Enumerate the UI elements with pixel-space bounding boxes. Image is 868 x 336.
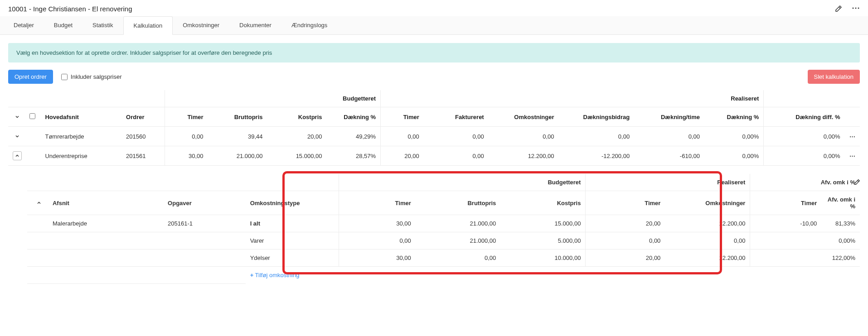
- cell-section: Tømrerarbejde: [40, 127, 121, 146]
- dcol-r-timer: Timer: [586, 191, 665, 215]
- dcol-b-kost: Kostpris: [500, 191, 586, 215]
- col-r-fakt: Faktureret: [424, 107, 489, 127]
- detail-row[interactable]: Varer 0,00 21.000,00 5.000,00 0,00 0,00 …: [27, 232, 860, 250]
- detail-row[interactable]: Malerarbejde 205161-1 I alt 30,00 21.000…: [27, 215, 860, 232]
- col-r-omk: Omkostninger: [489, 107, 559, 127]
- tab-kalkulation[interactable]: Kalkulation: [123, 16, 173, 35]
- detail-edit-icon[interactable]: [853, 178, 861, 186]
- col-r-timer: Timer: [381, 107, 424, 127]
- page-title: 10001 - Inge Christiansen - El renoverin…: [8, 5, 825, 13]
- col-orders: Ordrer: [121, 107, 165, 127]
- col-diff: Dækning diff. %: [764, 107, 845, 127]
- main-grid: Budgetteret Realiseret Hovedafsnit Ordre…: [8, 90, 860, 166]
- tab-detaljer[interactable]: Detaljer: [4, 16, 44, 34]
- collapse-row-button[interactable]: [13, 151, 22, 160]
- detail-row[interactable]: Ydelser 30,00 0,00 10.000,00 20,00 12.20…: [27, 250, 860, 267]
- cell-section: Underentreprise: [40, 146, 121, 166]
- dcol-b-brutto: Bruttopris: [416, 191, 501, 215]
- col-b-timer: Timer: [165, 107, 208, 127]
- page-header: 10001 - Inge Christiansen - El renoverin…: [0, 0, 868, 16]
- detail-panel: Budgetteret Realiseret Afv. omk i % Afsn…: [27, 174, 860, 284]
- col-b-daek: Dækning %: [326, 107, 380, 127]
- cell-orders: 201560: [121, 127, 165, 146]
- row-more-icon[interactable]: ⋯: [845, 127, 860, 146]
- tab-aendringslogs[interactable]: Ændringslogs: [281, 16, 338, 34]
- dcol-group-budget: Budgetteret: [339, 174, 586, 191]
- info-notice: Vælg en hovedsektion for at oprette ordr…: [8, 43, 860, 62]
- col-group-budget: Budgetteret: [165, 90, 380, 107]
- tab-bar: Detaljer Budget Statistik Kalkulation Om…: [0, 16, 868, 35]
- dcol-b-timer: Timer: [339, 191, 415, 215]
- dcol-group-dev: Afv. omk i %: [750, 174, 860, 191]
- create-orders-button[interactable]: Opret ordrer: [8, 70, 53, 84]
- dcol-d-pct: Afv. omk i %: [821, 191, 860, 215]
- edit-icon[interactable]: [834, 5, 843, 13]
- dcol-group-realized: Realiseret: [586, 174, 750, 191]
- include-prices-checkbox[interactable]: [61, 74, 68, 80]
- more-icon[interactable]: ⋯: [852, 5, 860, 13]
- col-r-daektime: Dækning/time: [634, 107, 704, 127]
- dcol-d-timer: Timer: [750, 191, 821, 215]
- table-row[interactable]: Underentreprise 201561 30,00 21.000,00 1…: [8, 146, 860, 166]
- col-group-realized: Realiseret: [381, 90, 764, 107]
- table-row[interactable]: Tømrerarbejde 201560 0,00 39,44 20,00 49…: [8, 127, 860, 146]
- add-cost-link[interactable]: + Tilføj omkostning: [250, 272, 300, 278]
- delete-calc-button[interactable]: Slet kalkulation: [808, 70, 860, 84]
- col-b-kost: Kostpris: [267, 107, 327, 127]
- plus-icon: +: [250, 272, 254, 278]
- detail-collapse-button[interactable]: [34, 198, 44, 207]
- dcol-omktype: Omkostningstype: [246, 191, 339, 215]
- col-section: Hovedafsnit: [40, 107, 121, 127]
- dcol-opgaver: Opgaver: [163, 191, 246, 215]
- select-all-checkbox[interactable]: [29, 113, 35, 119]
- tab-omkostninger[interactable]: Omkostninger: [173, 16, 229, 34]
- expand-row-button[interactable]: [13, 132, 22, 141]
- dcol-afsnit: Afsnit: [48, 191, 163, 215]
- toolbar: Opret ordrer Inkluder salgspriser Slet k…: [8, 70, 860, 84]
- col-r-daekpct: Dækning %: [704, 107, 764, 127]
- tab-dokumenter[interactable]: Dokumenter: [229, 16, 281, 34]
- tab-statistik[interactable]: Statistik: [82, 16, 123, 34]
- col-r-daekbidrag: Dækningsbidrag: [558, 107, 634, 127]
- col-b-brutto: Bruttopris: [208, 107, 267, 127]
- expand-all-button[interactable]: [13, 112, 22, 121]
- include-prices-label: Inkluder salgspriser: [71, 73, 122, 80]
- dcol-r-omk: Omkostninger: [665, 191, 750, 215]
- include-prices-checkbox-wrap[interactable]: Inkluder salgspriser: [61, 73, 122, 80]
- row-more-icon[interactable]: ⋯: [845, 146, 860, 166]
- tab-budget[interactable]: Budget: [44, 16, 82, 34]
- cell-orders: 201561: [121, 146, 165, 166]
- detail-grid: Budgetteret Realiseret Afv. omk i % Afsn…: [27, 174, 860, 284]
